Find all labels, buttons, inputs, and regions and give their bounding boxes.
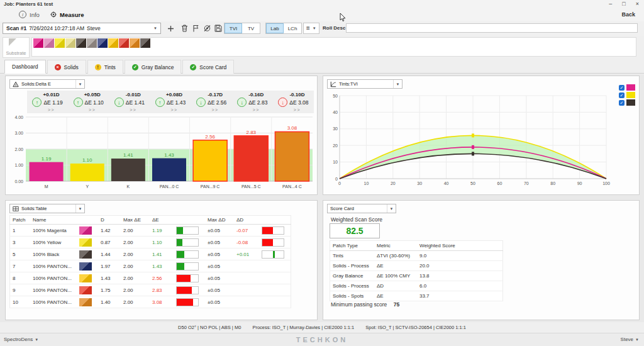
delta-e-value: 1.10 bbox=[150, 237, 174, 248]
menu-item-info[interactable]: i Info bbox=[19, 8, 40, 21]
column-header bbox=[77, 216, 98, 225]
bar-pan-4-c[interactable] bbox=[275, 131, 309, 181]
legend-checkbox[interactable]: ✓ bbox=[619, 85, 625, 91]
more-link[interactable]: >> bbox=[75, 108, 109, 112]
table-row[interactable]: 1100% Magenta1.422.001.19±0.05-0.07 bbox=[10, 225, 291, 237]
more-link[interactable]: >> bbox=[116, 108, 150, 112]
patch-number: 3 bbox=[10, 237, 31, 248]
score-card-selector[interactable]: Score Card ▼ bbox=[327, 204, 396, 213]
solids-table-selector[interactable]: Solids:Table ▼ bbox=[9, 204, 85, 213]
substrate-patch[interactable] bbox=[65, 38, 75, 48]
substrate-patch[interactable] bbox=[140, 38, 150, 48]
svg-text:40: 40 bbox=[444, 181, 449, 186]
substrate-patch[interactable] bbox=[33, 38, 43, 48]
substrate-patch[interactable] bbox=[87, 38, 97, 48]
table-row[interactable]: 5100% Black1.442.001.41±0.05+0.01 bbox=[10, 248, 291, 260]
svg-text:3.08: 3.08 bbox=[287, 125, 297, 131]
substrate-patch[interactable] bbox=[76, 38, 86, 48]
more-link[interactable]: >> bbox=[240, 108, 273, 112]
substrate-swatch[interactable]: Substrate bbox=[3, 37, 30, 58]
patch-swatch bbox=[79, 274, 92, 282]
bar-y[interactable] bbox=[70, 164, 104, 181]
table-row[interactable]: 10100% PANTON...1.402.003.08±0.05 bbox=[10, 296, 291, 308]
solids-delta-e-selector[interactable]: Solids:Delta E ▼ bbox=[9, 79, 85, 89]
density-indicator[interactable]: -0.10D↓ΔE 3.08>> bbox=[273, 91, 314, 113]
tab-score-card[interactable]: ✓Score Card bbox=[182, 60, 234, 74]
save-scan-button[interactable] bbox=[213, 23, 224, 34]
table-row[interactable]: 7100% PANTON...1.972.001.43±0.05 bbox=[10, 260, 291, 272]
more-link[interactable]: >> bbox=[199, 108, 232, 112]
substrate-patch[interactable] bbox=[97, 38, 108, 48]
scan-toolbar: Scan #1 7/26/2024 10:27:18 AM Steve ▼ bbox=[0, 21, 644, 36]
more-link[interactable]: >> bbox=[280, 108, 314, 112]
density-indicator[interactable]: -0.16D↓ΔE 2.83>> bbox=[232, 91, 273, 113]
svg-text:20: 20 bbox=[391, 181, 396, 186]
status-error-icon: × bbox=[55, 64, 61, 70]
toggle-lch[interactable]: LCh bbox=[284, 23, 301, 33]
bar-k[interactable] bbox=[111, 159, 145, 181]
menu-item-measure[interactable]: Measure bbox=[50, 8, 84, 21]
toggle-tv[interactable]: TV bbox=[242, 23, 260, 33]
substrate-patch[interactable] bbox=[130, 38, 140, 48]
delta-e-meter bbox=[176, 262, 199, 271]
legend-checkbox[interactable]: ✓ bbox=[619, 100, 625, 106]
tints-tvi-selector[interactable]: Tints:TVI ▼ bbox=[327, 79, 402, 89]
tab-tints[interactable]: !Tints bbox=[87, 60, 123, 74]
bar-pan-0-c[interactable] bbox=[152, 159, 186, 181]
maximize-icon[interactable]: □ bbox=[622, 0, 625, 8]
roll-desc-input[interactable] bbox=[346, 23, 638, 33]
bar-pan-5-c[interactable] bbox=[234, 136, 268, 181]
bar-m[interactable] bbox=[30, 162, 64, 181]
close-icon[interactable]: × bbox=[636, 0, 639, 8]
delta-e-meter bbox=[176, 250, 199, 259]
weighted-scan-score-value: 82.5 bbox=[330, 223, 380, 238]
bar-pan-9-c[interactable] bbox=[193, 140, 227, 181]
solids-table: PatchNameDMax ΔEΔEMax ΔDΔD1100% Magenta1… bbox=[9, 215, 291, 308]
patch-swatch bbox=[79, 238, 92, 247]
density-indicator[interactable]: +0.05D↑ΔE 1.10>> bbox=[68, 91, 109, 113]
table-row[interactable]: 3100% Yellow0.872.001.10±0.05-0.08 bbox=[10, 237, 291, 248]
patch-number: 1 bbox=[10, 225, 31, 237]
add-scan-button[interactable] bbox=[165, 23, 176, 34]
substrate-patch[interactable] bbox=[55, 38, 65, 48]
substrate-patch[interactable] bbox=[119, 38, 129, 48]
density-indicator[interactable]: +0.01D↑ΔE 1.19>> bbox=[27, 91, 68, 113]
more-link[interactable]: >> bbox=[35, 108, 68, 112]
user-menu-label: Steve bbox=[621, 333, 633, 346]
tab-gray-balance[interactable]: ✓Gray Balance bbox=[125, 60, 182, 74]
solids-delta-e-bar-chart: 0.001.002.003.004.001.19M1.10Y1.41K1.43P… bbox=[7, 113, 316, 194]
minimize-icon[interactable]: – bbox=[609, 0, 612, 8]
svg-text:10: 10 bbox=[364, 181, 369, 186]
substrate-patch[interactable] bbox=[108, 38, 118, 48]
patch-swatch bbox=[79, 262, 92, 271]
exclude-scan-button[interactable] bbox=[201, 23, 213, 34]
density-indicator[interactable]: -0.01D↓ΔE 1.41>> bbox=[109, 91, 150, 113]
score-row: Solids - SpotsΔE33.7 bbox=[330, 291, 503, 301]
svg-text:40: 40 bbox=[333, 110, 338, 114]
user-menu[interactable]: Steve ▼ bbox=[621, 333, 639, 346]
score-cell: 9.0 bbox=[417, 251, 503, 261]
flag-scan-button[interactable] bbox=[190, 23, 201, 34]
legend-checkbox[interactable]: ✓ bbox=[619, 92, 625, 98]
table-row[interactable]: 9100% PANTON...1.752.002.83±0.05 bbox=[10, 284, 291, 296]
substrate-patch[interactable] bbox=[44, 38, 54, 48]
density-value: +0.05D bbox=[75, 92, 109, 98]
density-indicator[interactable]: +0.08D↑ΔE 1.43>> bbox=[150, 91, 191, 113]
substrate-corner-icon bbox=[9, 38, 16, 46]
table-row[interactable]: 8100% PANTON...1.432.002.56±0.05 bbox=[10, 272, 291, 284]
options-menu-button[interactable]: ≡ ▼ bbox=[303, 23, 319, 34]
density-indicator[interactable]: -0.17D↓ΔE 2.56>> bbox=[191, 91, 232, 113]
tab-solids[interactable]: ×Solids bbox=[47, 60, 86, 74]
toggle-lab[interactable]: Lab bbox=[266, 23, 284, 33]
section-tabstrip: Dashboard×Solids!Tints✓Gray Balance✓Scor… bbox=[0, 59, 644, 74]
tab-dashboard[interactable]: Dashboard bbox=[4, 60, 46, 74]
back-button[interactable]: Back bbox=[621, 8, 635, 21]
delete-scan-button[interactable] bbox=[179, 23, 190, 34]
scan-datetime: 7/26/2024 10:27:18 AM bbox=[29, 25, 84, 31]
table-icon bbox=[13, 206, 19, 212]
roll-desc-label: Roll Desc bbox=[323, 23, 345, 34]
more-link[interactable]: >> bbox=[157, 108, 191, 112]
toggle-tvi[interactable]: TVI bbox=[225, 23, 242, 33]
delta-e-value: 3.08 bbox=[150, 296, 174, 308]
scan-select[interactable]: Scan #1 7/26/2024 10:27:18 AM Steve ▼ bbox=[3, 23, 161, 34]
